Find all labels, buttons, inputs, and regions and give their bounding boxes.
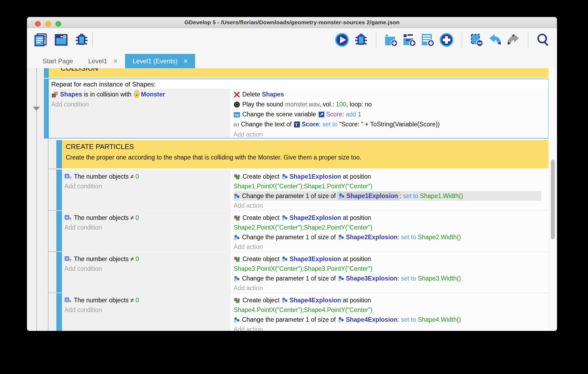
group-header-collision[interactable]: COLLISION [44, 68, 549, 78]
undo-icon[interactable] [488, 33, 502, 47]
project-manager-icon[interactable] [33, 33, 48, 47]
add-action-link[interactable]: Add action [234, 242, 548, 251]
particle-emitter-icon [234, 234, 240, 241]
action-change-variable[interactable]: VarChange the scene variable Score: add … [233, 109, 548, 119]
add-condition-link[interactable]: Add condition [64, 264, 231, 273]
action-change-size[interactable]: Change the parameter 1 of size of Shape2… [234, 232, 548, 242]
object-name: Shape3Explosion [289, 255, 341, 262]
toolbar-right-group [334, 32, 551, 47]
preview-play-icon[interactable] [334, 32, 350, 47]
action-create-object[interactable]: Create object Shape2Explosion at positio… [234, 213, 548, 223]
event-repeat-shapes[interactable]: Repeat for each instance of Shapes: Shap… [44, 79, 549, 138]
group-header-create-particles[interactable]: CREATE PARTICLES Create the proper one a… [56, 140, 549, 168]
text-value: "Score: " + ToString(Variable(Score)) [339, 121, 440, 128]
object-name: Score [302, 121, 319, 128]
action-text: at position [343, 214, 371, 221]
debugger-icon[interactable] [74, 33, 89, 47]
sound-volume: 100 [336, 101, 346, 108]
toolbar-separator [376, 32, 376, 47]
position-expression[interactable]: Shape3.PointX("Center");Shape3.PointY("C… [234, 264, 548, 273]
condition-text: is in collision with [84, 91, 131, 98]
action-delete[interactable]: Delete Shapes [233, 89, 548, 99]
add-subevent-icon[interactable] [402, 33, 416, 47]
size-expression: Shape1.Width() [420, 192, 463, 199]
event-shape1[interactable]: x?The number objects ≠ 0 Add condition C… [56, 169, 549, 210]
debug-icon[interactable] [354, 33, 368, 47]
close-window-button[interactable] [35, 21, 41, 27]
particle-emitter-icon [338, 193, 345, 199]
collapse-arrow-icon[interactable] [33, 107, 40, 111]
search-icon[interactable] [536, 33, 551, 47]
tab-label: Start Page [43, 57, 73, 65]
size-expression: Shape4.Width() [418, 316, 461, 323]
group-header-body: CREATE PARTICLES Create the proper one a… [62, 140, 549, 168]
object-name: Shape3Explosion [346, 275, 397, 282]
condition-object-count[interactable]: x?The number objects ≠ 0 [64, 254, 231, 264]
monster-object-icon [134, 90, 140, 98]
create-object-icon [234, 297, 241, 304]
vertical-scrollbar-track[interactable] [548, 68, 557, 331]
main-toolbar [27, 28, 557, 51]
action-create-object[interactable]: Create object Shape3Explosion at positio… [234, 254, 548, 264]
remove-event-icon[interactable] [470, 33, 484, 47]
position-expression[interactable]: Shape4.PointX("Center");Shape4.PointY("C… [234, 305, 548, 315]
create-object-icon [234, 214, 241, 221]
tab-close-icon[interactable]: × [184, 58, 188, 65]
event-side-bar [56, 140, 62, 168]
conditions-column: Shapes is in collision with Monster Add … [49, 89, 231, 138]
operator: set to [401, 234, 416, 241]
variable-icon: Var [233, 112, 240, 118]
operator: ≠ [130, 173, 134, 180]
tree-connector [48, 169, 56, 169]
condition-object-count[interactable]: x?The number objects ≠ 0 [64, 172, 231, 181]
scene-variable-badge-icon [318, 111, 325, 118]
position-expression[interactable]: Shape2.PointX("Center");Shape2.PointY("C… [234, 223, 548, 232]
tab-start-page[interactable]: Start Page [35, 54, 81, 68]
action-create-object[interactable]: Create object Shape4Explosion at positio… [234, 295, 548, 305]
object-name: Shapes [262, 91, 284, 98]
condition-object-count[interactable]: x?The number objects ≠ 0 [64, 213, 231, 223]
add-plus-icon[interactable] [439, 32, 454, 47]
add-action-link[interactable]: Add action [234, 324, 548, 331]
tab-level1-events[interactable]: Level1 (Events) × [125, 54, 195, 68]
action-change-size[interactable]: Change the parameter 1 of size of Shape4… [234, 315, 548, 324]
add-condition-link[interactable]: Add condition [64, 181, 231, 191]
event-shape2[interactable]: x?The number objects ≠ 0 Add condition C… [56, 211, 549, 251]
particle-emitter-icon [234, 193, 240, 200]
minimize-window-button[interactable] [45, 21, 51, 27]
vertical-scrollbar-thumb[interactable] [551, 160, 555, 239]
svg-text:x: x [66, 298, 68, 302]
event-shape4[interactable]: x?The number objects ≠ 0 Add condition C… [56, 293, 549, 331]
event-shape3[interactable]: x?The number objects ≠ 0 Add condition C… [56, 252, 549, 293]
size-expression: Shape2.Width() [418, 234, 461, 241]
add-comment-icon[interactable] [421, 33, 435, 47]
add-condition-link[interactable]: Add condition [64, 223, 231, 232]
object-name: Shape1Explosion [346, 192, 398, 199]
add-action-link[interactable]: Add action [233, 130, 548, 138]
redo-icon[interactable] [506, 33, 520, 47]
action-play-sound[interactable]: Play the sound monster.wav, vol.: 100, l… [233, 99, 548, 109]
shapes-object-icon [51, 91, 58, 98]
action-change-size[interactable]: Change the parameter 1 of size of Shape1… [234, 191, 541, 201]
condition-text: The number objects [74, 297, 129, 304]
event-side-bar [56, 211, 62, 251]
action-create-object[interactable]: Create object Shape1Explosion at positio… [234, 172, 548, 181]
start-page-icon[interactable] [54, 33, 68, 47]
tree-connector [48, 210, 56, 211]
particle-emitter-icon [234, 276, 240, 282]
condition-object-count[interactable]: x?The number objects ≠ 0 [64, 295, 231, 305]
add-action-link[interactable]: Add action [234, 283, 548, 292]
action-change-text[interactable]: txtChange the text of TxScore: set to "S… [233, 119, 548, 130]
zoom-window-button[interactable] [56, 21, 61, 27]
action-text: Create object [243, 297, 279, 304]
add-event-icon[interactable] [384, 33, 398, 47]
condition-collision[interactable]: Shapes is in collision with Monster [51, 89, 230, 99]
position-expression[interactable]: Shape1.PointX("Center");Shape1.PointY("C… [234, 181, 548, 191]
event-body: x?The number objects ≠ 0 Add condition C… [62, 252, 549, 293]
tab-close-icon[interactable]: × [113, 58, 117, 65]
add-condition-link[interactable]: Add condition [51, 99, 230, 109]
action-change-size[interactable]: Change the parameter 1 of size of Shape3… [234, 273, 548, 283]
add-action-link[interactable]: Add action [234, 201, 548, 210]
tab-level1-scene[interactable]: Level1 × [81, 54, 125, 68]
add-condition-link[interactable]: Add condition [64, 305, 231, 315]
